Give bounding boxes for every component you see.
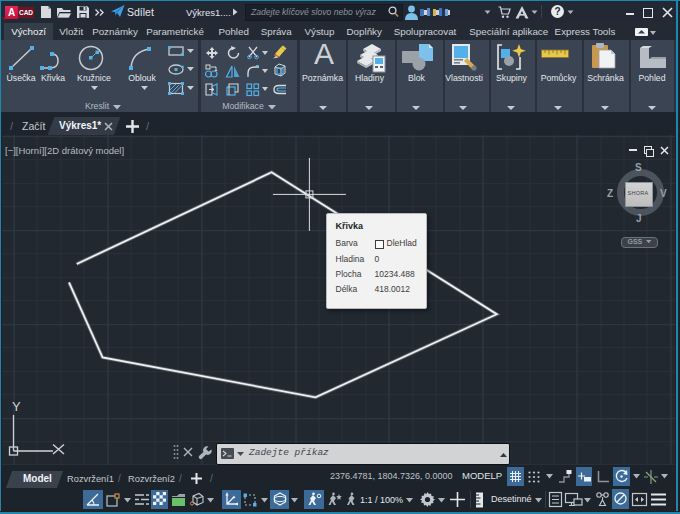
svg-text:Y: Y: [12, 399, 21, 414]
